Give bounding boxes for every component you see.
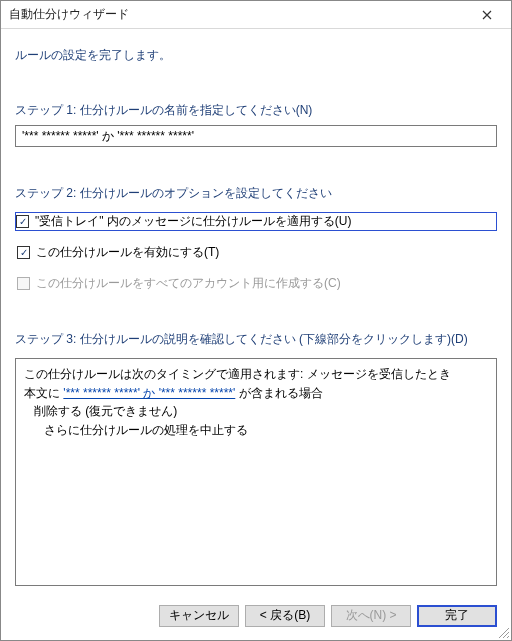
desc-line-action: 削除する (復元できません) <box>24 402 488 421</box>
wizard-intro: ルールの設定を完了します。 <box>15 47 497 64</box>
desc-body-link[interactable]: '*** ****** *****' か '*** ****** *****' <box>63 386 235 400</box>
check-icon: ✓ <box>17 246 30 259</box>
back-button[interactable]: < 戻る(B) <box>245 605 325 627</box>
checkbox-apply-inbox-label: "受信トレイ" 内のメッセージに仕分けルールを適用する(U) <box>35 213 352 230</box>
window-title: 自動仕分けウィザード <box>9 6 469 23</box>
desc-text: が含まれる場合 <box>235 386 322 400</box>
step3-label: ステップ 3: 仕分けルールの説明を確認してください (下線部分をクリックします… <box>15 331 497 348</box>
close-button[interactable] <box>469 1 505 28</box>
step2-label: ステップ 2: 仕分けルールのオプションを設定してください <box>15 185 497 202</box>
title-bar: 自動仕分けウィザード <box>1 1 511 29</box>
checkbox-apply-inbox[interactable]: ✓ "受信トレイ" 内のメッセージに仕分けルールを適用する(U) <box>15 212 497 231</box>
desc-line-timing: この仕分けルールは次のタイミングで適用されます: メッセージを受信したとき <box>24 365 488 384</box>
step1-label: ステップ 1: 仕分けルールの名前を指定してください(N) <box>15 102 497 119</box>
check-icon: ✓ <box>17 277 30 290</box>
desc-text: 本文に <box>24 386 63 400</box>
next-button: 次へ(N) > <box>331 605 411 627</box>
close-icon <box>482 10 492 20</box>
checkbox-enable-rule[interactable]: ✓ この仕分けルールを有効にする(T) <box>15 243 497 262</box>
rule-description-box: この仕分けルールは次のタイミングで適用されます: メッセージを受信したとき 本文… <box>15 358 497 586</box>
checkbox-all-accounts: ✓ この仕分けルールをすべてのアカウント用に作成する(C) <box>15 274 497 293</box>
rule-name-input[interactable]: '*** ****** *****' か '*** ****** *****' <box>15 125 497 147</box>
cancel-button[interactable]: キャンセル <box>159 605 239 627</box>
finish-button[interactable]: 完了 <box>417 605 497 627</box>
resize-handle[interactable] <box>497 626 509 638</box>
button-bar: キャンセル < 戻る(B) 次へ(N) > 完了 <box>1 596 511 640</box>
check-icon: ✓ <box>16 215 29 228</box>
desc-line-condition: 本文に '*** ****** *****' か '*** ****** ***… <box>24 384 488 403</box>
checkbox-enable-rule-label: この仕分けルールを有効にする(T) <box>36 244 219 261</box>
resize-grip-icon <box>497 626 509 638</box>
rule-name-value: '*** ****** *****' か '*** ****** *****' <box>22 128 194 145</box>
desc-line-stop: さらに仕分けルールの処理を中止する <box>24 421 488 440</box>
checkbox-all-accounts-label: この仕分けルールをすべてのアカウント用に作成する(C) <box>36 275 341 292</box>
